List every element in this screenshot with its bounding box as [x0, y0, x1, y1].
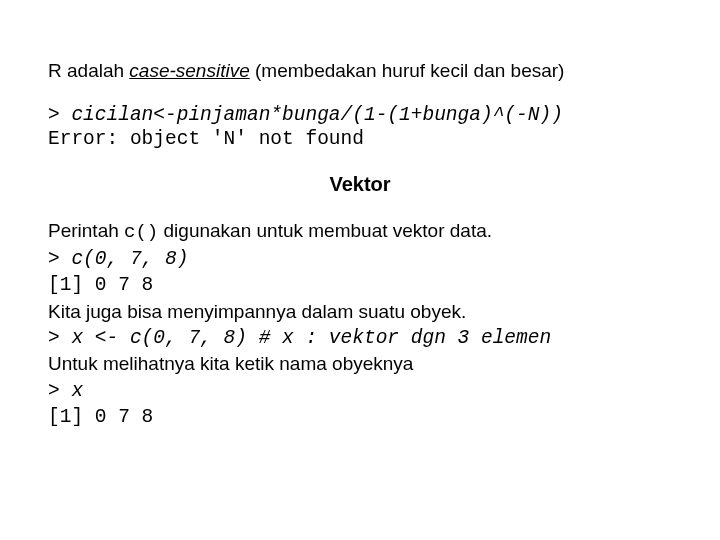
vector-output-line-2: [1] 0 7 8	[48, 404, 672, 430]
vector-code-line-3: > x	[48, 378, 672, 404]
intro-paragraph: R adalah case-sensitive (membedakan huru…	[48, 58, 672, 85]
intro-prefix: R adalah	[48, 60, 129, 81]
vector-paragraph-1: Perintah c() digunakan untuk membuat vek…	[48, 218, 672, 246]
code-line-input: > cicilan<-pinjaman*bunga/(1-(1+bunga)^(…	[48, 103, 672, 127]
vector-p1-code: c()	[124, 221, 158, 243]
vector-output-line-1: [1] 0 7 8	[48, 272, 672, 298]
code-line-error: Error: object 'N' not found	[48, 127, 672, 151]
section-heading-vektor: Vektor	[48, 173, 672, 196]
vector-paragraph-3: Untuk melihatnya kita ketik nama obyekny…	[48, 351, 672, 378]
code-example-block: > cicilan<-pinjaman*bunga/(1-(1+bunga)^(…	[48, 103, 672, 152]
vector-paragraph-2: Kita juga bisa menyimpannya dalam suatu …	[48, 299, 672, 326]
intro-suffix: (membedakan huruf kecil dan besar)	[250, 60, 565, 81]
vector-p1-suffix: digunakan untuk membuat vektor data.	[158, 220, 492, 241]
vector-code-line-1: > c(0, 7, 8)	[48, 246, 672, 272]
vector-code-line-2: > x <- c(0, 7, 8) # x : vektor dgn 3 ele…	[48, 325, 672, 351]
vector-p1-prefix: Perintah	[48, 220, 124, 241]
intro-emphasis: case-sensitive	[129, 60, 249, 81]
